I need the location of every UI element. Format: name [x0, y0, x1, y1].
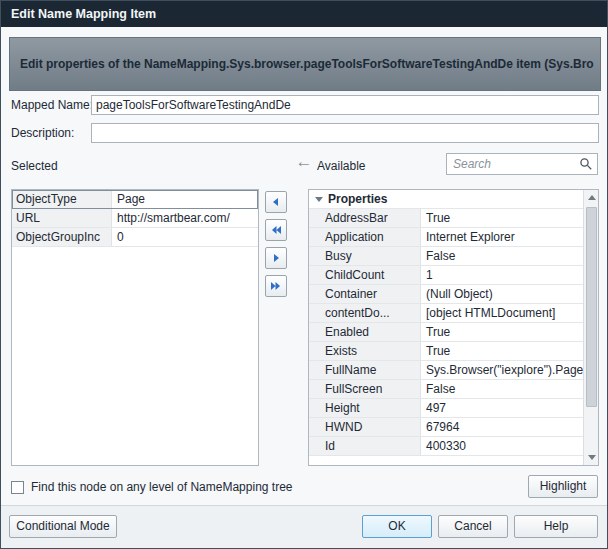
scroll-down-button[interactable]	[584, 450, 599, 465]
selected-label: Selected	[11, 157, 58, 175]
property-value: False	[421, 247, 583, 265]
table-row[interactable]: Busy False	[309, 247, 583, 266]
property-name: contentDo...	[309, 304, 421, 322]
scroll-up-icon	[588, 195, 596, 200]
window-title: Edit Name Mapping Item	[11, 7, 156, 21]
table-row[interactable]: ChildCount 1	[309, 266, 583, 285]
table-row[interactable]: ObjectGroupInc 0	[12, 228, 258, 247]
property-name: HWND	[309, 418, 421, 436]
property-name: ChildCount	[309, 266, 421, 284]
mapped-name-input[interactable]	[91, 95, 599, 115]
conditional-mode-button[interactable]: Conditional Mode	[9, 515, 117, 538]
table-row[interactable]: contentDo... [object HTMLDocument]	[309, 304, 583, 323]
table-row[interactable]: Application Internet Explorer	[309, 228, 583, 247]
table-row[interactable]: Id 400330	[309, 437, 583, 456]
search-icon	[579, 157, 593, 171]
property-name: Enabled	[309, 323, 421, 341]
ok-button[interactable]: OK	[362, 515, 432, 538]
property-value: 0	[112, 228, 258, 246]
table-row[interactable]: Height 497	[309, 399, 583, 418]
dialog-footer: Conditional Mode OK Cancel Help	[1, 505, 607, 548]
property-value: [object HTMLDocument]	[421, 304, 583, 322]
property-value: Internet Explorer	[421, 228, 583, 246]
property-name: Application	[309, 228, 421, 246]
search-input[interactable]	[446, 153, 598, 175]
property-value: Page	[112, 190, 258, 208]
search-box	[446, 153, 598, 175]
mapped-name-label: Mapped Name:	[11, 95, 93, 115]
table-row[interactable]: Container (Null Object)	[309, 285, 583, 304]
property-name: Exists	[309, 342, 421, 360]
arrow-left-icon	[270, 196, 282, 208]
property-value: http://smartbear.com/	[112, 209, 258, 227]
banner-text: Edit properties of the NameMapping.Sys.b…	[20, 57, 594, 71]
property-value: True	[421, 342, 583, 360]
property-value: 497	[421, 399, 583, 417]
arrow-right-icon	[270, 252, 282, 264]
scroll-up-button[interactable]	[584, 190, 599, 205]
table-row[interactable]: FullScreen False	[309, 380, 583, 399]
property-value: 400330	[421, 437, 583, 455]
vertical-scrollbar[interactable]	[583, 190, 598, 465]
arrow-double-left-icon	[270, 224, 282, 236]
property-name: Id	[309, 437, 421, 455]
scrollbar-thumb[interactable]	[586, 207, 597, 407]
highlight-button[interactable]: Highlight	[528, 475, 598, 498]
table-row[interactable]: HWND 67964	[309, 418, 583, 437]
property-value: (Null Object)	[421, 285, 583, 303]
find-node-label[interactable]: Find this node on any level of NameMappi…	[31, 479, 293, 495]
available-label: Available	[317, 157, 365, 175]
table-row[interactable]: ObjectType Page	[12, 190, 258, 209]
property-value: True	[421, 209, 583, 227]
move-all-left-button[interactable]	[265, 219, 287, 241]
table-row[interactable]: FullName Sys.Browser("iexplore").Page("h…	[309, 361, 583, 380]
scroll-down-icon	[588, 455, 596, 460]
transfer-buttons	[265, 191, 287, 303]
property-value: True	[421, 323, 583, 341]
property-name: URL	[12, 209, 112, 227]
property-value: 1	[421, 266, 583, 284]
available-rows: Properties AddressBar True Application I…	[309, 190, 583, 465]
table-row[interactable]: Enabled True	[309, 323, 583, 342]
property-name: ObjectGroupInc	[12, 228, 112, 246]
cancel-button[interactable]: Cancel	[438, 515, 508, 538]
property-name: Busy	[309, 247, 421, 265]
header-banner: Edit properties of the NameMapping.Sys.b…	[9, 37, 601, 91]
property-value: False	[421, 380, 583, 398]
properties-group-row[interactable]: Properties	[309, 190, 583, 209]
available-properties-panel: Properties AddressBar True Application I…	[308, 189, 599, 466]
find-node-checkbox[interactable]	[11, 481, 24, 494]
move-right-button[interactable]	[265, 247, 287, 269]
move-all-right-button[interactable]	[265, 275, 287, 297]
property-name: Height	[309, 399, 421, 417]
help-button[interactable]: Help	[514, 515, 598, 538]
property-name: FullScreen	[309, 380, 421, 398]
table-row[interactable]: Exists True	[309, 342, 583, 361]
property-value: 67964	[421, 418, 583, 436]
table-row[interactable]: AddressBar True	[309, 209, 583, 228]
property-name: AddressBar	[309, 209, 421, 227]
window-titlebar[interactable]: Edit Name Mapping Item	[1, 1, 607, 27]
group-label: Properties	[328, 192, 387, 206]
table-row[interactable]: URL http://smartbear.com/	[12, 209, 258, 228]
arrow-double-right-icon	[270, 280, 282, 292]
property-name: ObjectType	[12, 190, 112, 208]
description-input[interactable]	[91, 123, 599, 143]
chevron-down-icon	[315, 197, 323, 202]
description-label: Description:	[11, 123, 74, 143]
selected-properties-table: ObjectType Page URL http://smartbear.com…	[11, 189, 259, 466]
property-name: Container	[309, 285, 421, 303]
move-left-hint-icon: ←	[295, 153, 313, 171]
property-value: Sys.Browser("iexplore").Page("http://	[421, 361, 583, 379]
edit-name-mapping-dialog: Edit Name Mapping Item Edit properties o…	[0, 0, 608, 549]
move-left-button[interactable]	[265, 191, 287, 213]
property-name: FullName	[309, 361, 421, 379]
